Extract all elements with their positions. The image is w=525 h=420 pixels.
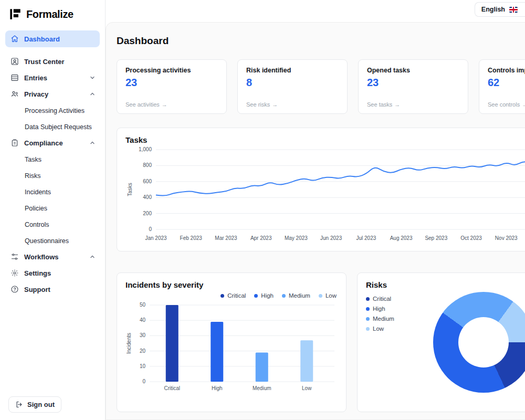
privacy-icon [10,90,19,99]
svg-text:Aug 2023: Aug 2023 [390,235,413,241]
sidebar-item-settings[interactable]: Settings [5,265,100,281]
stat-label: Risk identified [246,67,339,74]
arrow-right-icon: → [522,101,525,108]
stat-card-controls-implemented: Controls implemented 62 See controls→ [479,59,525,114]
incidents-bar-chart: 01020304050CriticalHighMediumLowIncident… [125,301,338,396]
sign-out-button[interactable]: Sign out [8,396,61,413]
sidebar-item-label: Trust Center [24,58,65,66]
svg-text:Jun 2023: Jun 2023 [320,235,342,241]
sidebar-item-policies[interactable]: Policies [5,200,100,216]
sidebar-nav: Dashboard Trust Center Entries Privacy P… [0,30,105,298]
sidebar-item-questionnaires[interactable]: Questionnaires [5,233,100,249]
gear-icon [10,269,19,278]
sidebar-item-label: Settings [24,269,51,277]
sidebar-item-controls[interactable]: Controls [5,216,100,233]
sidebar-item-incidents[interactable]: Incidents [5,184,100,200]
sidebar-item-processing-activities[interactable]: Processing Activities [5,102,100,119]
svg-text:40: 40 [140,317,146,323]
page-title: Dashboard [117,35,525,47]
svg-text:0: 0 [149,226,152,232]
sidebar-item-trust-center[interactable]: Trust Center [5,54,100,69]
svg-text:400: 400 [143,194,152,200]
stat-cards-row: Processing activities 23 See activities→… [117,59,525,114]
svg-text:Low: Low [302,385,312,391]
stat-value: 8 [246,77,339,89]
svg-text:Jan 2023: Jan 2023 [145,235,167,241]
svg-text:Apr 2023: Apr 2023 [250,235,272,241]
svg-text:600: 600 [143,178,152,184]
incidents-legend: CriticalHighMediumLow [127,290,337,301]
svg-text:200: 200 [143,211,152,216]
stat-label: Processing activities [125,67,218,74]
legend-item: Critical [220,292,246,299]
chevron-up-icon [90,140,95,145]
sidebar-item-tasks[interactable]: Tasks [5,151,100,167]
svg-text:Critical: Critical [164,385,180,391]
stat-label: Opened tasks [367,67,459,74]
sidebar-item-entries[interactable]: Entries [5,70,100,86]
arrow-right-icon: → [272,101,278,108]
incidents-chart-title: Incidents by severity [125,280,338,289]
home-icon [10,35,19,44]
sidebar-item-support[interactable]: Support [5,281,100,297]
sidebar-item-data-subject-requests[interactable]: Data Subject Requests [5,119,100,135]
sidebar-item-privacy[interactable]: Privacy [5,86,100,102]
language-selector[interactable]: English [475,2,525,17]
svg-text:Incidents: Incidents [126,333,132,354]
help-icon [10,285,19,294]
sidebar-item-risks[interactable]: Risks [5,167,100,184]
see-risks-link[interactable]: See risks→ [246,101,278,108]
see-controls-link[interactable]: See controls→ [488,101,525,108]
stat-value: 23 [125,77,218,89]
app-logo: Formalize [0,0,105,30]
legend-item: Low [319,292,337,299]
sidebar-item-label: Workflows [24,253,59,261]
svg-text:Jul 2023: Jul 2023 [356,235,376,241]
svg-text:30: 30 [140,332,146,338]
legend-item: Medium [282,292,310,299]
tasks-chart-card: Tasks 02004006008001,000Jan 2023Feb 2023… [117,128,525,251]
risks-donut-chart [433,292,525,393]
app-name: Formalize [26,8,74,20]
stat-label: Controls implemented [488,67,525,74]
svg-text:0: 0 [142,379,145,384]
svg-text:Oct 2023: Oct 2023 [460,235,482,241]
content-panel: Dashboard Processing activities 23 See a… [106,22,525,420]
svg-text:Medium: Medium [253,385,271,391]
stat-value: 23 [367,77,459,89]
tasks-line-chart: 02004006008001,000Jan 2023Feb 2023Mar 20… [125,144,525,246]
arrow-right-icon: → [394,101,400,108]
sidebar-item-label: Entries [24,74,47,82]
svg-text:High: High [212,385,223,391]
logout-icon [15,401,23,408]
svg-text:50: 50 [140,302,146,308]
sign-out-label: Sign out [27,401,55,408]
tasks-chart-title: Tasks [125,135,525,144]
svg-text:20: 20 [140,348,146,354]
svg-text:1,000: 1,000 [139,146,152,152]
arrow-right-icon: → [162,101,167,108]
svg-text:Tasks: Tasks [127,183,133,196]
bottom-charts-row: Incidents by severity CriticalHighMedium… [117,272,525,412]
entries-icon [10,74,19,82]
chevron-down-icon [90,75,95,80]
see-tasks-link[interactable]: See tasks→ [367,101,400,108]
svg-text:May 2023: May 2023 [285,235,308,241]
legend-item: High [254,292,274,299]
stat-value: 62 [488,77,525,89]
sidebar-item-label: Dashboard [24,35,60,43]
stat-card-opened-tasks: Opened tasks 23 See tasks→ [358,59,468,114]
incidents-chart-card: Incidents by severity CriticalHighMedium… [117,272,346,412]
sidebar-item-workflows[interactable]: Workflows [5,249,100,265]
sidebar-item-label: Support [24,286,50,293]
see-activities-link[interactable]: See activities→ [125,101,167,108]
formalize-logo-icon [8,7,22,21]
svg-text:Mar 2023: Mar 2023 [215,235,237,241]
sidebar-item-dashboard[interactable]: Dashboard [5,30,100,47]
svg-text:Nov 2023: Nov 2023 [495,235,518,241]
stat-card-processing-activities: Processing activities 23 See activities→ [117,59,227,114]
sidebar-item-compliance[interactable]: Compliance [5,135,100,151]
risks-chart-card: Risks CriticalHighMediumLow [357,272,525,412]
svg-text:Feb 2023: Feb 2023 [180,235,203,241]
svg-text:Sep 2023: Sep 2023 [425,235,447,241]
